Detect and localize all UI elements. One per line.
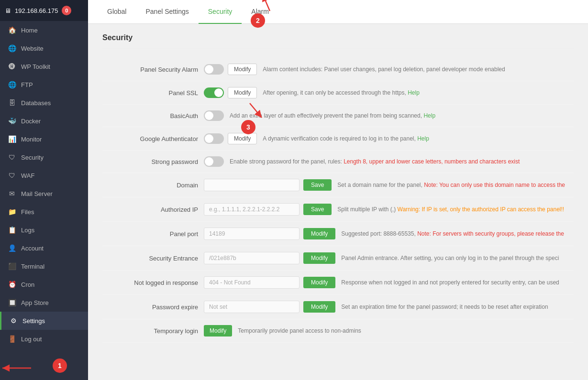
notification-badge: 0 <box>62 6 71 15</box>
sidebar-item-settings[interactable]: ⚙ Settings <box>0 312 88 330</box>
toggle-google-auth[interactable] <box>204 133 224 144</box>
save-authorized-ip[interactable]: Save <box>303 204 332 215</box>
sidebar-item-cron[interactable]: ⏰ Cron <box>0 275 88 293</box>
save-domain[interactable]: Save <box>303 179 332 191</box>
sidebar-item-ftp[interactable]: 🌐 FTP <box>0 76 88 94</box>
not-logged-response-input[interactable] <box>204 276 300 289</box>
row-authorized-ip: Authorized IP Save Split multiple IP wit… <box>102 197 574 222</box>
help-link-google-auth[interactable]: Help <box>417 135 429 142</box>
desc-authorized-ip: Split multiple IP with (,) Warning: If I… <box>337 205 574 214</box>
sidebar-item-docker[interactable]: 🐳 Docker <box>0 112 88 130</box>
section-title: Security <box>102 33 574 48</box>
toggle-panel-security-alarm[interactable] <box>204 64 224 75</box>
sidebar-item-home[interactable]: 🏠 Home <box>0 21 88 39</box>
desc-panel-security-alarm: Alarm content includes: Panel user chang… <box>263 65 574 74</box>
website-icon: 🌐 <box>8 44 16 52</box>
controls-not-logged-response: Modify <box>204 276 335 289</box>
tab-panel-settings[interactable]: Panel Settings <box>136 0 198 24</box>
modify-security-entrance[interactable]: Modify <box>303 252 335 264</box>
controls-domain: Save <box>204 179 332 191</box>
sidebar-item-label: Monitor <box>21 136 42 143</box>
sidebar-item-label: Databases <box>21 99 51 107</box>
controls-strong-password <box>204 156 224 167</box>
desc-google-auth: A dynamic verification code is required … <box>263 134 574 143</box>
modify-not-logged-response[interactable]: Modify <box>303 277 335 288</box>
row-domain: Domain Save Set a domain name for the pa… <box>102 173 574 197</box>
sidebar-item-label: WAF <box>21 172 34 179</box>
tab-global[interactable]: Global <box>98 0 136 24</box>
monitor-icon: 📊 <box>8 135 16 143</box>
modify-password-expire[interactable]: Modify <box>303 301 335 313</box>
label-not-logged-response: Not logged in response <box>102 279 198 286</box>
sidebar-item-mail-server[interactable]: ✉ Mail Server <box>0 185 88 203</box>
toggle-strong-password[interactable] <box>204 156 224 167</box>
desc-domain: Set a domain name for the panel, Note: Y… <box>337 181 574 189</box>
authorized-ip-input[interactable] <box>204 203 300 216</box>
domain-input[interactable] <box>204 179 300 191</box>
help-link-basicauth[interactable]: Help <box>423 112 435 119</box>
password-expire-input[interactable] <box>204 301 300 313</box>
sidebar-item-label: Logs <box>21 227 34 234</box>
sidebar-item-label: Cron <box>21 281 34 288</box>
modify-panel-security-alarm[interactable]: Modify <box>228 64 257 75</box>
controls-panel-ssl: Modify <box>204 87 257 98</box>
tabs-bar: Global Panel Settings Security Alarm <box>88 0 588 24</box>
docker-icon: 🐳 <box>8 117 16 125</box>
sidebar-item-monitor[interactable]: 📊 Monitor <box>0 130 88 148</box>
controls-password-expire: Modify <box>204 301 335 313</box>
modify-google-auth[interactable]: Modify <box>228 133 257 144</box>
sidebar-item-files[interactable]: 📁 Files <box>0 203 88 221</box>
sidebar-header: 🖥 192.168.66.175 0 <box>0 0 88 21</box>
tab-security[interactable]: Security <box>199 0 242 24</box>
toggle-basicauth[interactable] <box>204 110 224 121</box>
label-security-entrance: Security Entrance <box>102 255 198 262</box>
panel-port-note: Note: For servers with security groups, … <box>417 230 564 237</box>
logs-icon: 📋 <box>8 226 16 234</box>
row-panel-security-alarm: Panel Security Alarm Modify Alarm conten… <box>102 58 574 81</box>
content-area: Security Panel Security Alarm Modify Ala… <box>88 24 588 380</box>
tab-alarm[interactable]: Alarm <box>242 0 278 24</box>
toggle-panel-ssl[interactable] <box>204 87 224 98</box>
sidebar-item-account[interactable]: 👤 Account <box>0 239 88 257</box>
sidebar-item-label: Log out <box>21 336 42 343</box>
modify-temporary-login[interactable]: Modify <box>204 325 232 337</box>
controls-authorized-ip: Save <box>204 203 332 216</box>
sidebar-item-terminal[interactable]: ⬛ Terminal <box>0 257 88 275</box>
sidebar-item-logout[interactable]: 🚪 Log out <box>0 330 88 348</box>
server-ip: 192.168.66.175 <box>15 7 58 14</box>
row-strong-password: Strong password Enable strong password f… <box>102 151 574 173</box>
security-entrance-input[interactable] <box>204 252 300 264</box>
desc-panel-port: Suggested port: 8888-65535, Note: For se… <box>341 229 574 238</box>
modify-panel-ssl[interactable]: Modify <box>228 87 257 98</box>
help-link-ssl[interactable]: Help <box>408 89 420 96</box>
desc-panel-ssl: After opening, it can only be accessed t… <box>263 88 574 97</box>
row-panel-ssl: Panel SSL Modify After opening, it can o… <box>102 81 574 105</box>
sidebar-item-app-store[interactable]: 🔲 App Store <box>0 293 88 312</box>
sidebar-item-label: Account <box>21 245 44 252</box>
sidebar-item-label: Website <box>21 45 44 52</box>
authorized-ip-warning: Warning: If IP is set, only the authoriz… <box>398 206 565 213</box>
waf-icon: 🛡 <box>8 172 16 179</box>
strong-password-rules: Length 8, upper and lower case letters, … <box>344 158 520 165</box>
sidebar-item-website[interactable]: 🌐 Website <box>0 39 88 57</box>
sidebar-item-security[interactable]: 🛡 Security <box>0 148 88 166</box>
label-authorized-ip: Authorized IP <box>102 206 198 213</box>
sidebar-item-label: FTP <box>21 81 33 88</box>
server-icon: 🖥 <box>5 7 11 14</box>
sidebar-item-label: Mail Server <box>21 190 53 197</box>
sidebar-item-databases[interactable]: 🗄 Databases <box>0 94 88 112</box>
panel-port-input[interactable] <box>204 228 300 240</box>
home-icon: 🏠 <box>8 26 16 34</box>
sidebar-item-waf[interactable]: 🛡 WAF <box>0 166 88 185</box>
security-icon: 🛡 <box>8 153 16 161</box>
sidebar-item-logs[interactable]: 📋 Logs <box>0 221 88 239</box>
modify-panel-port[interactable]: Modify <box>303 228 335 239</box>
label-temporary-login: Temporary login <box>102 327 198 335</box>
row-security-entrance: Security Entrance Modify Panel Admin ent… <box>102 246 574 271</box>
sidebar-item-label: Terminal <box>21 263 44 270</box>
desc-password-expire: Set an expiration time for the panel pas… <box>341 303 574 311</box>
sidebar-item-wp-toolkit[interactable]: 🅦 WP Toolkit <box>0 57 88 76</box>
label-panel-ssl: Panel SSL <box>102 89 198 97</box>
domain-note: Note: You can only use this domain name … <box>424 182 565 188</box>
sidebar-item-label: Settings <box>22 317 45 325</box>
